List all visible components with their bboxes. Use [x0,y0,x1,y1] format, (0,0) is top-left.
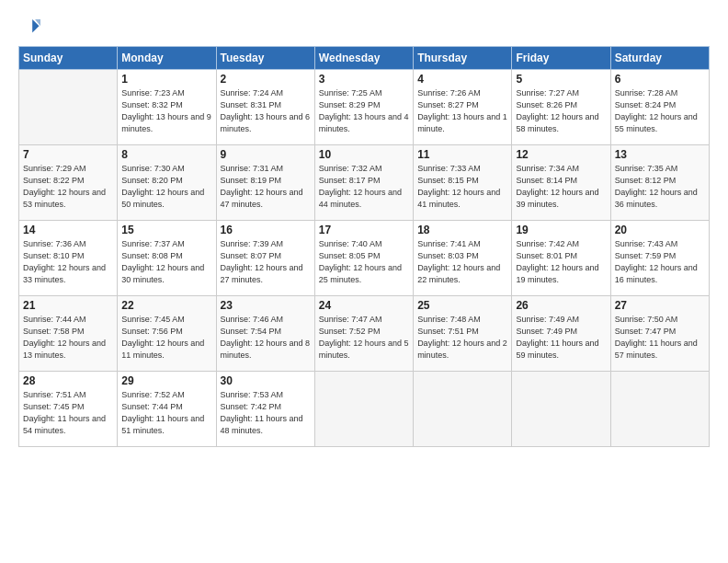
calendar-cell: 23Sunrise: 7:46 AMSunset: 7:54 PMDayligh… [216,296,314,372]
calendar-cell: 18Sunrise: 7:41 AMSunset: 8:03 PMDayligh… [414,221,512,296]
day-info: Sunrise: 7:52 AMSunset: 7:44 PMDaylight:… [121,389,211,437]
calendar-cell: 6Sunrise: 7:28 AMSunset: 8:24 PMDaylight… [610,70,709,145]
calendar-cell: 27Sunrise: 7:50 AMSunset: 7:47 PMDayligh… [610,296,709,372]
day-info: Sunrise: 7:48 AMSunset: 7:51 PMDaylight:… [417,314,507,362]
calendar-cell: 21Sunrise: 7:44 AMSunset: 7:58 PMDayligh… [19,296,118,372]
day-number: 9 [221,148,311,161]
day-number: 30 [221,374,311,387]
calendar-cell: 25Sunrise: 7:48 AMSunset: 7:51 PMDayligh… [414,296,512,372]
day-number: 26 [516,299,606,312]
calendar-cell: 13Sunrise: 7:35 AMSunset: 8:12 PMDayligh… [610,145,709,221]
calendar-dow-wednesday: Wednesday [314,47,413,70]
day-number: 10 [319,148,409,161]
day-info: Sunrise: 7:31 AMSunset: 8:19 PMDaylight:… [221,163,311,211]
day-number: 23 [221,299,311,312]
calendar-cell: 20Sunrise: 7:43 AMSunset: 7:59 PMDayligh… [610,221,709,296]
day-info: Sunrise: 7:44 AMSunset: 7:58 PMDaylight:… [23,314,113,362]
calendar-cell: 4Sunrise: 7:26 AMSunset: 8:27 PMDaylight… [414,70,512,145]
calendar-cell: 17Sunrise: 7:40 AMSunset: 8:05 PMDayligh… [314,221,413,296]
day-number: 19 [516,224,606,236]
calendar-cell: 19Sunrise: 7:42 AMSunset: 8:01 PMDayligh… [512,221,610,296]
day-info: Sunrise: 7:53 AMSunset: 7:42 PMDaylight:… [221,389,311,437]
day-number: 18 [417,224,507,236]
calendar-cell: 5Sunrise: 7:27 AMSunset: 8:26 PMDaylight… [512,70,610,145]
day-info: Sunrise: 7:30 AMSunset: 8:20 PMDaylight:… [121,163,211,211]
day-number: 29 [121,374,211,387]
day-info: Sunrise: 7:32 AMSunset: 8:17 PMDaylight:… [319,163,409,211]
day-info: Sunrise: 7:25 AMSunset: 8:29 PMDaylight:… [319,87,409,135]
calendar-week-row: 21Sunrise: 7:44 AMSunset: 7:58 PMDayligh… [19,296,710,372]
day-number: 20 [615,224,705,236]
day-info: Sunrise: 7:28 AMSunset: 8:24 PMDaylight:… [615,87,705,135]
day-info: Sunrise: 7:29 AMSunset: 8:22 PMDaylight:… [23,163,113,211]
day-number: 27 [615,299,705,312]
calendar-dow-sunday: Sunday [19,47,118,70]
day-info: Sunrise: 7:26 AMSunset: 8:27 PMDaylight:… [417,87,507,135]
day-number: 4 [417,73,507,86]
calendar-cell: 3Sunrise: 7:25 AMSunset: 8:29 PMDaylight… [314,70,413,145]
day-info: Sunrise: 7:49 AMSunset: 7:49 PMDaylight:… [516,314,606,362]
calendar-cell: 1Sunrise: 7:23 AMSunset: 8:32 PMDaylight… [118,70,216,145]
day-info: Sunrise: 7:40 AMSunset: 8:05 PMDaylight:… [319,238,409,286]
day-number: 21 [23,299,113,312]
day-info: Sunrise: 7:45 AMSunset: 7:56 PMDaylight:… [121,314,211,362]
day-number: 22 [121,299,211,312]
day-info: Sunrise: 7:46 AMSunset: 7:54 PMDaylight:… [221,314,311,362]
page: SundayMondayTuesdayWednesdayThursdayFrid… [0,0,728,563]
calendar-cell [414,372,512,447]
day-info: Sunrise: 7:39 AMSunset: 8:07 PMDaylight:… [221,238,311,286]
calendar-cell: 26Sunrise: 7:49 AMSunset: 7:49 PMDayligh… [512,296,610,372]
calendar-dow-thursday: Thursday [414,47,512,70]
calendar-cell [610,372,709,447]
logo [18,17,40,40]
day-info: Sunrise: 7:33 AMSunset: 8:15 PMDaylight:… [417,163,507,211]
calendar-dow-monday: Monday [118,47,216,70]
calendar-dow-friday: Friday [512,47,610,70]
day-number: 3 [319,73,409,86]
calendar-header-row: SundayMondayTuesdayWednesdayThursdayFrid… [19,47,710,70]
header [18,17,710,40]
day-info: Sunrise: 7:24 AMSunset: 8:31 PMDaylight:… [221,87,311,135]
calendar-cell: 28Sunrise: 7:51 AMSunset: 7:45 PMDayligh… [19,372,118,447]
calendar-cell [19,70,118,145]
calendar-cell: 29Sunrise: 7:52 AMSunset: 7:44 PMDayligh… [118,372,216,447]
calendar-cell: 10Sunrise: 7:32 AMSunset: 8:17 PMDayligh… [314,145,413,221]
calendar-cell: 2Sunrise: 7:24 AMSunset: 8:31 PMDaylight… [216,70,314,145]
day-number: 13 [615,148,705,161]
calendar-cell: 7Sunrise: 7:29 AMSunset: 8:22 PMDaylight… [19,145,118,221]
day-number: 14 [23,224,113,236]
day-info: Sunrise: 7:47 AMSunset: 7:52 PMDaylight:… [319,314,409,362]
day-number: 25 [417,299,507,312]
day-info: Sunrise: 7:51 AMSunset: 7:45 PMDaylight:… [23,389,113,437]
day-number: 12 [516,148,606,161]
calendar: SundayMondayTuesdayWednesdayThursdayFrid… [18,46,710,447]
day-number: 5 [516,73,606,86]
day-info: Sunrise: 7:34 AMSunset: 8:14 PMDaylight:… [516,163,606,211]
day-info: Sunrise: 7:23 AMSunset: 8:32 PMDaylight:… [121,87,211,135]
day-info: Sunrise: 7:50 AMSunset: 7:47 PMDaylight:… [615,314,705,362]
calendar-cell: 30Sunrise: 7:53 AMSunset: 7:42 PMDayligh… [216,372,314,447]
calendar-week-row: 1Sunrise: 7:23 AMSunset: 8:32 PMDaylight… [19,70,710,145]
day-number: 1 [121,73,211,86]
calendar-cell [512,372,610,447]
day-info: Sunrise: 7:27 AMSunset: 8:26 PMDaylight:… [516,87,606,135]
calendar-cell: 11Sunrise: 7:33 AMSunset: 8:15 PMDayligh… [414,145,512,221]
day-number: 2 [221,73,311,86]
logo-icon [20,17,40,37]
calendar-week-row: 14Sunrise: 7:36 AMSunset: 8:10 PMDayligh… [19,221,710,296]
calendar-week-row: 28Sunrise: 7:51 AMSunset: 7:45 PMDayligh… [19,372,710,447]
day-number: 17 [319,224,409,236]
calendar-cell: 14Sunrise: 7:36 AMSunset: 8:10 PMDayligh… [19,221,118,296]
day-info: Sunrise: 7:43 AMSunset: 7:59 PMDaylight:… [615,238,705,286]
day-number: 24 [319,299,409,312]
calendar-cell: 15Sunrise: 7:37 AMSunset: 8:08 PMDayligh… [118,221,216,296]
day-number: 16 [221,224,311,236]
day-number: 15 [121,224,211,236]
calendar-cell: 12Sunrise: 7:34 AMSunset: 8:14 PMDayligh… [512,145,610,221]
calendar-week-row: 7Sunrise: 7:29 AMSunset: 8:22 PMDaylight… [19,145,710,221]
day-number: 28 [23,374,113,387]
day-info: Sunrise: 7:37 AMSunset: 8:08 PMDaylight:… [121,238,211,286]
calendar-cell [314,372,413,447]
day-info: Sunrise: 7:42 AMSunset: 8:01 PMDaylight:… [516,238,606,286]
day-info: Sunrise: 7:36 AMSunset: 8:10 PMDaylight:… [23,238,113,286]
